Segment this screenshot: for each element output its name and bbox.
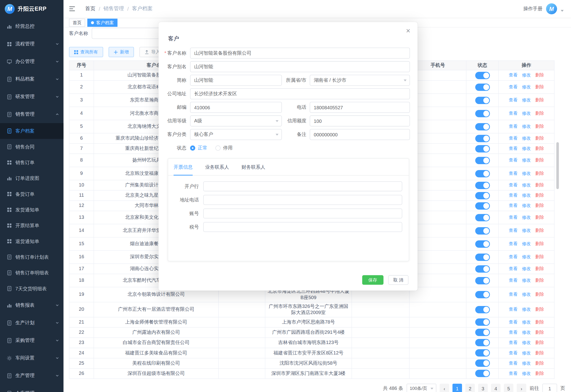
sidebar-item-return-note[interactable]: 退货通知单 [0, 234, 63, 249]
status-toggle[interactable] [475, 291, 490, 298]
edit-link[interactable]: 修改 [522, 266, 531, 271]
account-field[interactable] [203, 209, 402, 219]
tab-invoice-info[interactable]: 开票信息 [174, 159, 193, 175]
delete-link[interactable]: 删除 [535, 278, 544, 283]
sidebar-item-dashboard[interactable]: 经营总控 [0, 18, 63, 35]
edit-link[interactable]: 修改 [522, 371, 531, 376]
status-toggle[interactable] [475, 253, 490, 261]
edit-link[interactable]: 修改 [522, 360, 531, 366]
page-button-4[interactable]: 4 [491, 384, 501, 392]
status-toggle[interactable] [475, 265, 490, 272]
edit-link[interactable]: 修改 [522, 330, 531, 335]
edit-link[interactable]: 修改 [522, 340, 531, 345]
customer-name-field[interactable] [190, 48, 410, 59]
sidebar-item-purchase[interactable]: 采购管理 [0, 332, 63, 349]
delete-link[interactable]: 删除 [535, 124, 544, 129]
collapse-menu-button[interactable] [63, 0, 81, 18]
delete-link[interactable]: 删除 [535, 215, 544, 220]
delete-link[interactable]: 删除 [535, 254, 544, 260]
edit-link[interactable]: 修改 [522, 278, 531, 283]
status-toggle[interactable] [475, 240, 490, 248]
edit-link[interactable]: 修改 [522, 157, 531, 163]
sidebar-item-sales-report[interactable]: 销售报表 [0, 296, 63, 314]
page-size-select[interactable]: 100条/页 [406, 384, 436, 392]
view-link[interactable]: 查看 [509, 146, 518, 151]
credit-level-select[interactable]: A级 [190, 115, 282, 126]
sidebar-item-materials[interactable]: 料品档案 [0, 70, 63, 88]
edit-link[interactable]: 修改 [522, 98, 531, 103]
view-link[interactable]: 查看 [509, 193, 518, 198]
tag-current[interactable]: 客户档案 [87, 19, 117, 27]
query-all-button[interactable]: 查询所有 [69, 47, 103, 57]
status-toggle[interactable] [475, 182, 490, 189]
customer-name-input[interactable] [92, 28, 164, 39]
status-toggle[interactable] [475, 72, 490, 79]
view-link[interactable]: 查看 [509, 157, 518, 163]
status-toggle[interactable] [475, 156, 490, 164]
sidebar-item-sales-order[interactable]: 销售订单 [0, 155, 63, 170]
manual-link[interactable]: 操作手册 [523, 5, 542, 12]
edit-link[interactable]: 修改 [522, 241, 531, 246]
sidebar-item-stock-order[interactable]: 备货订单 [0, 186, 63, 202]
delete-link[interactable]: 删除 [535, 330, 544, 335]
edit-link[interactable]: 修改 [522, 111, 531, 116]
status-toggle[interactable] [475, 277, 490, 284]
credit-limit-field[interactable] [310, 115, 410, 126]
sidebar-item-production[interactable]: 生产管理 [0, 367, 63, 384]
company-address-field[interactable] [190, 88, 410, 99]
status-toggle[interactable] [475, 202, 490, 210]
delete-link[interactable]: 删除 [535, 292, 544, 297]
status-toggle[interactable] [475, 110, 490, 117]
sidebar-item-office[interactable]: 办公管理 [0, 53, 63, 70]
status-toggle[interactable] [475, 329, 490, 336]
breadcrumb-sales[interactable]: 销售管理 [104, 5, 124, 12]
status-toggle[interactable] [475, 135, 490, 142]
status-toggle[interactable] [475, 84, 490, 91]
delete-link[interactable]: 删除 [535, 266, 544, 271]
sidebar-item-delivery-note[interactable]: 发货通知单 [0, 202, 63, 218]
view-link[interactable]: 查看 [509, 203, 518, 208]
edit-link[interactable]: 修改 [522, 350, 531, 355]
view-link[interactable]: 查看 [509, 171, 518, 176]
delete-link[interactable]: 删除 [535, 98, 544, 103]
delete-link[interactable]: 删除 [535, 146, 544, 151]
zip-field[interactable] [190, 102, 282, 113]
sidebar-item-customer-file[interactable]: 客户档案 [0, 123, 63, 139]
tag-home[interactable]: 首页 [69, 19, 85, 27]
delete-link[interactable]: 删除 [535, 319, 544, 324]
tab-business-contact[interactable]: 业务联系人 [205, 159, 229, 175]
status-toggle[interactable] [475, 339, 490, 346]
delete-link[interactable]: 删除 [535, 340, 544, 345]
sidebar-item-invoice-note[interactable]: 开票结算单 [0, 218, 63, 233]
view-link[interactable]: 查看 [509, 371, 518, 376]
cancel-button[interactable]: 取 消 [388, 275, 408, 285]
chevron-down-icon[interactable] [561, 10, 564, 12]
sidebar-item-warehouse[interactable]: 仓库管理 [0, 384, 63, 392]
save-button[interactable]: 保存 [362, 275, 383, 285]
edit-link[interactable]: 修改 [522, 292, 531, 297]
tab-finance-contact[interactable]: 财务联系人 [241, 159, 265, 175]
edit-link[interactable]: 修改 [522, 215, 531, 220]
view-link[interactable]: 查看 [509, 98, 518, 103]
status-toggle[interactable] [475, 97, 490, 104]
sidebar-item-delivery-7day[interactable]: 7天交货明细表 [0, 280, 63, 296]
view-link[interactable]: 查看 [509, 350, 518, 355]
tax-no-field[interactable] [203, 222, 402, 232]
view-link[interactable]: 查看 [509, 292, 518, 297]
page-button-5[interactable]: 5 [504, 384, 513, 392]
delete-link[interactable]: 删除 [535, 193, 544, 198]
status-toggle[interactable] [475, 227, 490, 235]
vertical-scrollbar-thumb[interactable] [556, 142, 559, 189]
delete-link[interactable]: 删除 [535, 203, 544, 208]
bank-address-field[interactable] [203, 195, 402, 205]
status-toggle[interactable] [475, 192, 490, 199]
delete-link[interactable]: 删除 [535, 228, 544, 233]
status-toggle[interactable] [475, 359, 490, 367]
view-link[interactable]: 查看 [509, 136, 518, 141]
view-link[interactable]: 查看 [509, 278, 518, 283]
status-toggle[interactable] [475, 349, 490, 357]
page-button-2[interactable]: 2 [465, 384, 475, 392]
status-radio-normal[interactable]: 正常 [190, 145, 207, 151]
page-button-3[interactable]: 3 [478, 384, 488, 392]
delete-link[interactable]: 删除 [535, 171, 544, 176]
